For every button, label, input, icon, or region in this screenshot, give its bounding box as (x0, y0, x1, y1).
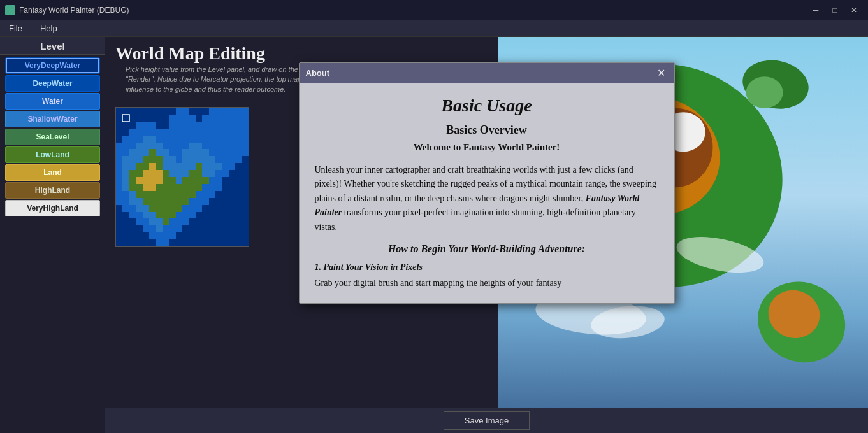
title-bar-controls: ─ □ ✕ (807, 3, 863, 17)
dialog-overlay: About ✕ Basic Usage Basics Overview Welc… (105, 37, 868, 433)
dialog-content[interactable]: Basic Usage Basics Overview Welcome to F… (300, 83, 674, 303)
dialog-step1-text: Grab your digital brush and start mappin… (315, 276, 659, 290)
dialog-sub-title: How to Begin Your World-Building Adventu… (315, 243, 659, 255)
title-bar-text: Fantasy World Painter (DEBUG) (19, 6, 807, 15)
title-bar: Fantasy World Painter (DEBUG) ─ □ ✕ (0, 0, 868, 20)
center-right: World Map Editing Pick height value from… (105, 37, 868, 433)
about-dialog: About ✕ Basic Usage Basics Overview Welc… (299, 62, 675, 304)
menu-file[interactable]: File (5, 22, 26, 34)
level-buttons: VeryDeepWaterDeepWaterWaterShallowWaterS… (0, 55, 105, 219)
level-btn-shallowwater[interactable]: ShallowWater (5, 111, 100, 127)
dialog-close-button[interactable]: ✕ (655, 67, 668, 79)
level-btn-lowland[interactable]: LowLand (5, 146, 100, 163)
level-btn-highland[interactable]: HighLand (5, 182, 100, 199)
level-btn-sealevel[interactable]: SeaLevel (5, 129, 100, 145)
minimize-button[interactable]: ─ (807, 3, 825, 17)
dialog-header: About ✕ (300, 63, 674, 83)
close-button[interactable]: ✕ (845, 3, 863, 17)
dialog-welcome: Welcome to Fantasy World Painter! (315, 142, 659, 153)
level-panel-label: Level (0, 37, 105, 55)
level-btn-veryhighland[interactable]: VeryHighLand (5, 200, 100, 216)
dialog-main-title: Basic Usage (315, 96, 659, 116)
menu-help[interactable]: Help (36, 22, 61, 34)
level-btn-deepwater[interactable]: DeepWater (5, 75, 100, 92)
level-btn-land[interactable]: Land (5, 164, 100, 181)
dialog-title: About (306, 68, 330, 78)
dialog-step1-title: 1. Paint Your Vision in Pixels (315, 262, 659, 273)
level-btn-water[interactable]: Water (5, 93, 100, 110)
dialog-para1: Unleash your inner cartographer and craf… (315, 163, 659, 234)
main-area: Level VeryDeepWaterDeepWaterWaterShallow… (0, 37, 868, 433)
left-panel: Level VeryDeepWaterDeepWaterWaterShallow… (0, 37, 105, 433)
menu-bar: File Help (0, 20, 868, 37)
level-btn-verydeepwater[interactable]: VeryDeepWater (5, 57, 100, 74)
maximize-button[interactable]: □ (826, 3, 844, 17)
dialog-section-title: Basics Overview (315, 124, 659, 137)
app-icon (5, 5, 15, 15)
